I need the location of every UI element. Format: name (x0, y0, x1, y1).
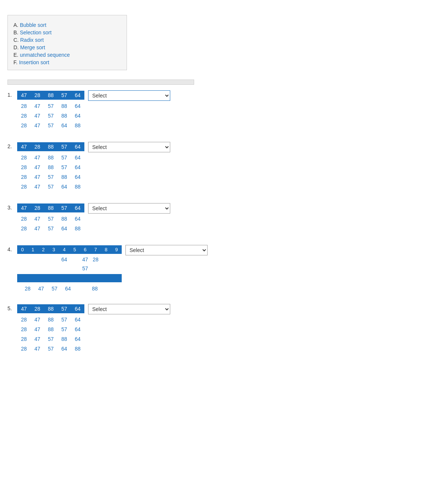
seq-cell: 88 (44, 304, 57, 313)
seq-cell: 28 (17, 315, 31, 324)
seq-cell: 64 (57, 121, 71, 130)
seq-cell: 57 (44, 172, 57, 181)
choice-item: A.Bubble sort (13, 21, 121, 29)
seq-cell: 88 (57, 172, 71, 181)
radix-data-row: 644728 (17, 255, 208, 264)
seq-cell: 28 (17, 102, 31, 111)
sequence-rows: 4728885764SelectA. Bubble sortB. Selecti… (17, 303, 170, 354)
seq-row: 4728885764SelectA. Bubble sortB. Selecti… (17, 303, 170, 314)
seq-row: 4728885764SelectA. Bubble sortB. Selecti… (17, 90, 170, 101)
questions-container: 1.4728885764SelectA. Bubble sortB. Selec… (7, 90, 441, 354)
question-number: 1. (7, 92, 16, 98)
seq-cell: 28 (17, 182, 31, 191)
seq-row: 2847576488 (17, 182, 170, 191)
answer-select-2[interactable]: SelectA. Bubble sortB. Selection sortC. … (88, 142, 170, 152)
seq-cell: 88 (57, 111, 71, 120)
seq-row: 2847578864 (17, 172, 170, 181)
seq-row: 2847885764 (17, 153, 170, 162)
seq-cell: 88 (44, 142, 57, 151)
radix-cell (49, 255, 59, 264)
seq-cell: 88 (57, 102, 71, 111)
seq-cell: 57 (57, 304, 71, 313)
radix-cell (111, 255, 122, 264)
seq-cell: 28 (31, 203, 44, 212)
seq-cell: 57 (44, 111, 57, 120)
radix-data-row: 57 (17, 264, 208, 273)
seq-cell: 64 (71, 153, 84, 162)
answer-select-4[interactable]: SelectA. Bubble sortB. Selection sortC. … (125, 245, 208, 255)
seq-cell: 47 (31, 325, 44, 334)
seq-cell: 28 (31, 304, 44, 313)
seq-cell: 64 (57, 344, 71, 353)
seq-cell: 57 (57, 142, 71, 151)
seq-cell: 57 (57, 163, 71, 172)
answer-select-1[interactable]: SelectA. Bubble sortB. Selection sortC. … (88, 90, 170, 101)
seq-cell: 57 (44, 121, 57, 130)
seq-cell: 47 (31, 214, 44, 223)
seq-cell: 88 (44, 91, 57, 100)
seq-cell: 57 (57, 153, 71, 162)
seq-cell: 64 (57, 182, 71, 191)
seq-cell: 28 (17, 325, 31, 334)
seq-cell: 57 (44, 214, 57, 223)
choice-letter: C. (13, 37, 19, 43)
radix-final-cell: 57 (48, 285, 61, 293)
seq-cell: 47 (17, 142, 31, 151)
radix-final-cell (75, 285, 88, 293)
seq-cell: 64 (71, 203, 84, 212)
seq-cell: 88 (71, 224, 84, 233)
seq-row: 2847576488 (17, 121, 170, 130)
question-block: 5.4728885764SelectA. Bubble sortB. Selec… (7, 303, 441, 354)
seq-cell: 47 (31, 102, 44, 111)
radix-cell: 64 (59, 255, 69, 264)
seq-cell: 88 (44, 203, 57, 212)
radix-final-row: 2847576488 (17, 285, 208, 293)
radix-cell (90, 264, 101, 273)
seq-row: 2847885764 (17, 315, 170, 324)
seq-cell: 47 (17, 304, 31, 313)
seq-cell: 88 (44, 325, 57, 334)
question-number: 4. (7, 246, 16, 252)
radix-cell (28, 264, 38, 273)
seq-cell: 88 (44, 153, 57, 162)
radix-empty-bar (17, 274, 122, 282)
seq-cell: 57 (44, 182, 57, 191)
sequence-rows: 4728885764SelectA. Bubble sortB. Selecti… (17, 90, 170, 131)
match-header (7, 80, 194, 85)
seq-cell: 28 (17, 121, 31, 130)
answer-select-3[interactable]: SelectA. Bubble sortB. Selection sortC. … (88, 203, 170, 214)
seq-cell: 47 (31, 315, 44, 324)
radix-cell (111, 264, 122, 273)
radix-cell (17, 264, 28, 273)
radix-header-cell: 4 (59, 245, 69, 254)
seq-cell: 47 (31, 163, 44, 172)
radix-header-row: 0123456789SelectA. Bubble sortB. Selecti… (17, 244, 208, 255)
seq-cell: 28 (17, 111, 31, 120)
choice-item: E.unmatched sequence (13, 51, 121, 59)
question-number: 5. (7, 305, 16, 311)
seq-cell: 28 (17, 344, 31, 353)
choices-list: A.Bubble sortB.Selection sortC.Radix sor… (13, 21, 121, 66)
radix-cell (38, 255, 49, 264)
choice-label: unmatched sequence (20, 52, 70, 58)
choice-letter: F. (13, 59, 18, 65)
radix-final-cell: 47 (34, 285, 48, 293)
choice-letter: E. (13, 52, 18, 58)
radix-header-cell: 3 (49, 245, 59, 254)
seq-cell: 28 (17, 224, 31, 233)
radix-header-cells: 0123456789 (17, 245, 122, 254)
choice-letter: A. (13, 22, 18, 28)
question-number: 3. (7, 205, 16, 211)
choice-item: C.Radix sort (13, 36, 121, 44)
seq-cell: 28 (17, 153, 31, 162)
radix-final-cell: 88 (88, 285, 102, 293)
radix-header-cell: 7 (90, 245, 101, 254)
radix-header-cell: 8 (101, 245, 111, 254)
seq-cell: 47 (31, 121, 44, 130)
choice-letter: D. (13, 44, 19, 50)
answer-select-5[interactable]: SelectA. Bubble sortB. Selection sortC. … (88, 304, 170, 314)
seq-cell: 47 (31, 111, 44, 120)
seq-row: 2847576488 (17, 344, 170, 353)
seq-cell: 57 (57, 203, 71, 212)
seq-cell: 47 (17, 91, 31, 100)
